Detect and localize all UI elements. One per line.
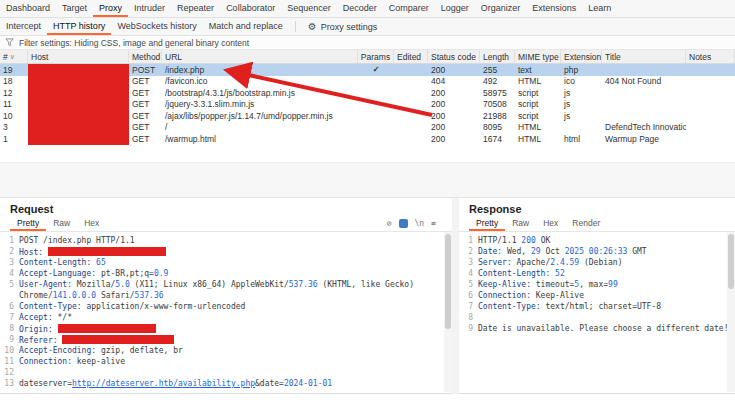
- line-content: HTTP/1.1 200 OK: [478, 235, 550, 246]
- request-editor[interactable]: 1POST /index.php HTTP/1.12Host: 3Content…: [0, 232, 444, 392]
- column-header-host[interactable]: Host: [28, 50, 129, 63]
- redaction-box: [62, 335, 174, 344]
- text-token: Content-Type:: [478, 302, 545, 311]
- nonprintable-chars-icon[interactable]: ⊘: [387, 219, 392, 228]
- cell-length: 58975: [480, 87, 515, 99]
- editor-line: 9Referer:: [0, 334, 444, 345]
- response-scrollbar[interactable]: [727, 232, 735, 392]
- table-row[interactable]: 3GET/2008095HTMLDefendTech Innovations: [0, 122, 735, 134]
- column-header-url[interactable]: URL: [162, 50, 358, 63]
- main-tab-logger[interactable]: Logger: [435, 0, 475, 17]
- filter-bar[interactable]: Filter settings: Hiding CSS, image and g…: [0, 36, 735, 50]
- request-tab-pretty[interactable]: Pretty: [10, 216, 46, 231]
- sub-tab-list: InterceptHTTP historyWebSockets historyM…: [0, 18, 289, 35]
- main-tab-learn[interactable]: Learn: [582, 0, 617, 17]
- request-scrollbar[interactable]: [444, 232, 452, 392]
- main-tab-comparer[interactable]: Comparer: [383, 0, 435, 17]
- column-header-params[interactable]: Params: [358, 50, 394, 63]
- request-panel: Request PrettyRawHex ⊘\n≡ 1POST /index.p…: [0, 198, 452, 394]
- cell-params: [358, 110, 394, 122]
- main-tab-sequencer[interactable]: Sequencer: [281, 0, 337, 17]
- editor-line: 8: [459, 312, 727, 323]
- line-number: 9: [0, 334, 19, 345]
- table-row[interactable]: 1GET/warmup.html2001674HTMLhtmlWarmup Pa…: [0, 133, 735, 145]
- syntax-highlight-icon[interactable]: [399, 219, 408, 228]
- main-tab-intruder[interactable]: Intruder: [128, 0, 171, 17]
- request-tab-hex[interactable]: Hex: [77, 216, 106, 231]
- redaction-box: [28, 110, 129, 122]
- cell-num: 19: [0, 64, 28, 76]
- redaction-box: [28, 64, 129, 76]
- params-check-icon: ✓: [373, 65, 380, 74]
- main-tab-target[interactable]: Target: [56, 0, 93, 17]
- sub-tab-websockets-history[interactable]: WebSockets history: [111, 18, 202, 35]
- line-number: 5: [0, 279, 19, 290]
- table-row[interactable]: 12GET/bootstrap/4.3.1/js/bootstrap.min.j…: [0, 87, 735, 99]
- cell-edited: [394, 87, 428, 99]
- line-number: 6: [459, 290, 478, 301]
- main-tab-proxy[interactable]: Proxy: [93, 0, 128, 17]
- cell-length: 255: [480, 64, 515, 76]
- sub-tab-http-history[interactable]: HTTP history: [47, 18, 111, 35]
- cell-title: [602, 87, 686, 99]
- text-token: */*: [58, 313, 72, 322]
- main-tab-decoder[interactable]: Decoder: [337, 0, 383, 17]
- column-header-method[interactable]: Method: [129, 50, 162, 63]
- sub-tab-intercept[interactable]: Intercept: [0, 18, 47, 35]
- column-header-title[interactable]: Title: [602, 50, 686, 63]
- newline-display-icon[interactable]: \n: [415, 219, 425, 228]
- table-row[interactable]: 10GET/ajax/libs/popper.js/1.14.7/umd/pop…: [0, 110, 735, 122]
- scrollbar-thumb[interactable]: [445, 234, 451, 329]
- response-tab-hex[interactable]: Hex: [536, 216, 565, 231]
- sub-tab-divider: [295, 21, 296, 32]
- column-header-num[interactable]: #∨: [0, 50, 28, 63]
- cell-edited: [394, 64, 428, 76]
- text-token: text/html; charset=UTF-8: [545, 302, 661, 311]
- column-header-length[interactable]: Length: [480, 50, 515, 63]
- horizontal-splitter[interactable]: [0, 162, 735, 198]
- table-row[interactable]: 19POST/index.php✓200255textphp: [0, 64, 735, 76]
- text-token: http://dateserver.htb/availability.php: [72, 379, 255, 388]
- text-token: pt-BR,pt;q=: [101, 269, 154, 278]
- column-header-label: #: [3, 52, 8, 62]
- text-token: Keep-Alive:: [478, 280, 536, 289]
- table-row[interactable]: 11GET/jquery-3.3.1.slim.min.js20070508sc…: [0, 99, 735, 111]
- scrollbar-thumb[interactable]: [728, 234, 734, 289]
- cell-length: 492: [480, 76, 515, 88]
- main-tab-collaborator[interactable]: Collaborator: [220, 0, 281, 17]
- response-editor[interactable]: 1HTTP/1.1 200 OK2Date: Wed, 29 Oct 2025 …: [459, 232, 727, 392]
- vertical-splitter[interactable]: [452, 198, 459, 394]
- main-tab-extensions[interactable]: Extensions: [526, 0, 582, 17]
- main-tab-repeater[interactable]: Repeater: [171, 0, 220, 17]
- redaction-box: [48, 247, 166, 256]
- column-header-mime-type[interactable]: MIME type: [515, 50, 561, 63]
- table-row[interactable]: 18GET/favicon.ico404492HTMLico404 Not Fo…: [0, 76, 735, 88]
- cell-extension: html: [561, 133, 602, 145]
- cell-num: 12: [0, 87, 28, 99]
- response-tab-raw[interactable]: Raw: [505, 216, 536, 231]
- text-token: &date=: [255, 379, 284, 388]
- request-tab-raw[interactable]: Raw: [46, 216, 77, 231]
- text-token: Chrome/: [19, 291, 53, 300]
- cell-title: [602, 99, 686, 111]
- line-content: Date: Wed, 29 Oct 2025 00:26:33 GMT: [478, 246, 647, 257]
- response-tab-pretty[interactable]: Pretty: [469, 216, 505, 231]
- main-tab-organizer[interactable]: Organizer: [475, 0, 527, 17]
- column-header-edited[interactable]: Edited: [394, 50, 428, 63]
- cell-host: [28, 76, 129, 88]
- main-tab-dashboard[interactable]: Dashboard: [0, 0, 56, 17]
- column-header-notes[interactable]: Notes: [686, 50, 735, 63]
- sub-tab-match-and-replace[interactable]: Match and replace: [203, 18, 289, 35]
- editor-menu-icon[interactable]: ≡: [431, 219, 436, 228]
- cell-url: /favicon.ico: [162, 76, 358, 88]
- line-number: 4: [459, 268, 478, 279]
- response-tab-render[interactable]: Render: [565, 216, 607, 231]
- cell-notes: [686, 99, 735, 111]
- column-header-status-code[interactable]: Status code: [428, 50, 480, 63]
- cell-params: [358, 122, 394, 134]
- filter-settings-label: Filter settings: Hiding CSS, image and g…: [19, 38, 249, 48]
- proxy-settings-button[interactable]: ⚙ Proxy settings: [302, 18, 384, 35]
- text-token: Keep-Alive: [536, 291, 584, 300]
- column-header-extension[interactable]: Extension: [561, 50, 602, 63]
- editor-line: 1POST /index.php HTTP/1.1: [0, 235, 444, 246]
